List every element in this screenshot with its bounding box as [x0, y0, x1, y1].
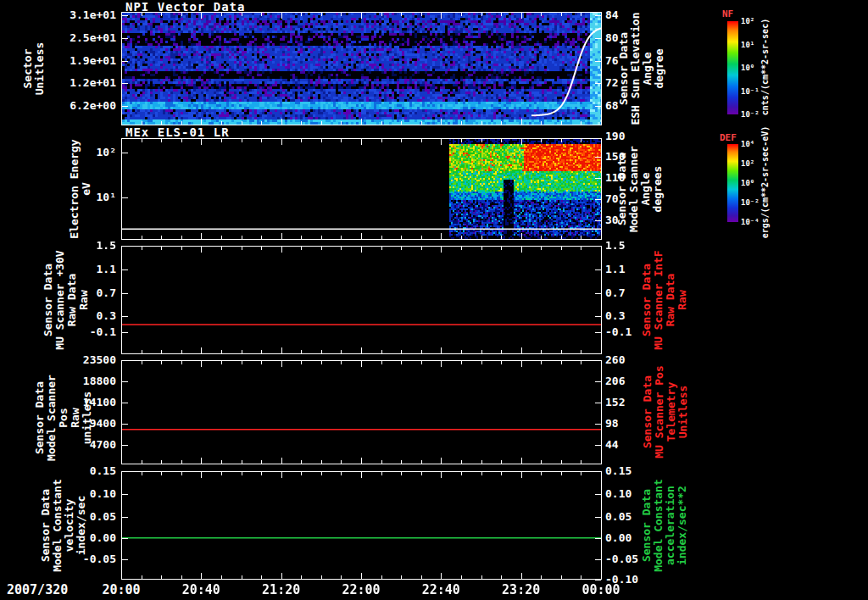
- colorbar-tick-label: 10⁻²: [741, 110, 766, 119]
- x-tick-label: 20:00: [96, 582, 147, 597]
- axis-tick: [261, 460, 262, 464]
- axis-tick: [481, 121, 482, 125]
- y-tick-label: 1.5: [605, 239, 656, 252]
- axis-tick: [142, 575, 142, 579]
- axis-tick: [122, 316, 128, 317]
- axis-tick: [361, 139, 362, 145]
- axis-tick: [361, 472, 362, 478]
- axis-tick: [381, 13, 382, 16]
- npi-spectrogram-canvas: [122, 13, 601, 125]
- axis-tick: [381, 460, 382, 464]
- axis-tick: [161, 236, 162, 239]
- axis-tick: [341, 361, 342, 364]
- axis-tick: [581, 247, 581, 250]
- axis-tick: [461, 472, 462, 475]
- axis-tick: [561, 121, 562, 125]
- axis-tick: [441, 472, 442, 478]
- axis-tick: [595, 316, 601, 317]
- axis-tick: [441, 119, 442, 125]
- axis-tick: [561, 575, 562, 579]
- x-tick-label: 22:00: [336, 582, 387, 597]
- y-tick-label: -0.05: [55, 553, 116, 565]
- axis-tick: [321, 361, 322, 364]
- axis-tick: [381, 361, 382, 364]
- y-tick-label: 18800: [55, 375, 116, 387]
- axis-tick: [401, 575, 402, 579]
- axis-tick: [461, 575, 462, 579]
- axis-tick: [201, 472, 202, 478]
- y-tick-label: 98: [605, 417, 656, 430]
- axis-tick: [201, 139, 202, 145]
- axis-tick: [261, 247, 262, 250]
- axis-tick: [361, 573, 362, 579]
- axis-tick: [601, 458, 602, 464]
- axis-tick: [381, 121, 382, 125]
- axis-tick: [281, 472, 282, 478]
- axis-tick: [595, 360, 601, 361]
- nf-colorbar-title: NF: [722, 8, 733, 19]
- axis-tick: [595, 332, 601, 333]
- axis-tick: [142, 472, 142, 475]
- axis-tick: [122, 471, 128, 472]
- axis-tick: [242, 350, 242, 353]
- colorbar-tick-label: 10⁻⁴: [741, 218, 766, 226]
- axis-tick: [201, 458, 202, 464]
- axis-tick: [481, 575, 482, 579]
- axis-tick: [201, 233, 202, 239]
- y-tick-label: 2.5e+01: [55, 31, 116, 44]
- axis-tick: [161, 247, 162, 250]
- axis-tick: [361, 361, 362, 367]
- y-tick-label: 68: [605, 99, 656, 112]
- axis-tick: [441, 347, 442, 353]
- axis-tick: [501, 139, 502, 142]
- axis-tick: [181, 247, 182, 250]
- axis-tick: [122, 15, 128, 16]
- axis-tick: [301, 139, 302, 142]
- y-tick-label: 3.1e+01: [55, 8, 116, 21]
- axis-tick: [441, 13, 442, 19]
- axis-tick: [595, 15, 601, 16]
- axis-tick: [142, 460, 142, 464]
- axis-tick: [481, 460, 482, 464]
- axis-tick: [161, 460, 162, 464]
- axis-tick: [122, 424, 128, 425]
- axis-tick: [161, 472, 162, 475]
- axis-tick: [122, 517, 128, 518]
- axis-tick: [341, 13, 342, 16]
- axis-tick: [501, 472, 502, 475]
- y-tick-label: 0.10: [605, 487, 656, 500]
- axis-tick: [381, 247, 382, 250]
- axis-tick: [261, 13, 262, 16]
- axis-tick: [581, 472, 581, 475]
- x-tick-label: 20:40: [175, 582, 226, 597]
- axis-tick: [421, 13, 422, 16]
- axis-tick: [121, 119, 122, 125]
- axis-tick: [481, 13, 482, 16]
- plot-screen: NPI Vector Data MEx ELS-01 LR Sector Uni…: [0, 0, 868, 600]
- axis-tick: [242, 361, 242, 364]
- axis-tick: [161, 139, 162, 142]
- axis-tick: [541, 121, 542, 125]
- axis-tick: [501, 121, 502, 125]
- axis-tick: [122, 494, 128, 495]
- axis-tick: [121, 573, 122, 579]
- axis-tick: [121, 361, 122, 367]
- y-tick-label: 206: [605, 375, 656, 387]
- axis-tick: [401, 139, 402, 142]
- axis-tick: [601, 472, 602, 478]
- axis-tick: [595, 178, 601, 179]
- axis-tick: [321, 139, 322, 142]
- axis-tick: [441, 573, 442, 579]
- axis-tick: [122, 61, 128, 62]
- axis-tick: [561, 139, 562, 142]
- axis-tick: [561, 472, 562, 475]
- axis-tick: [221, 121, 222, 125]
- axis-tick: [381, 472, 382, 475]
- y-tick-label: 0.00: [605, 531, 656, 544]
- axis-tick: [281, 361, 282, 367]
- axis-tick: [541, 247, 542, 250]
- axis-tick: [521, 472, 522, 478]
- nf-colorbar: [727, 21, 738, 114]
- axis-tick: [261, 236, 262, 239]
- colorbar-tick-label: 10⁴: [741, 140, 766, 148]
